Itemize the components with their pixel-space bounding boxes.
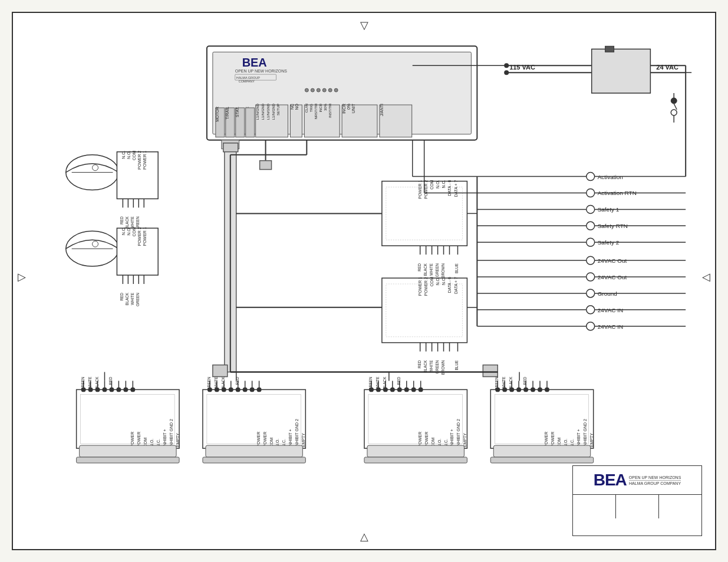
svg-text:POWER 2: POWER 2 [137,151,141,170]
svg-rect-274 [493,445,590,457]
svg-text:DATA - 6: DATA - 6 [447,180,452,196]
svg-text:COM: COM [430,180,434,189]
svg-text:RED: RED [417,360,421,368]
svg-text:N.C.: N.C. [442,277,446,285]
svg-point-137 [587,238,595,246]
svg-text:WHITE: WHITE [130,292,134,305]
svg-text:BLUE: BLUE [454,263,459,273]
svg-point-307 [545,387,549,392]
svg-text:BLACK: BLACK [423,263,427,276]
svg-point-285 [215,387,219,392]
svg-text:POWER: POWER [256,432,261,447]
svg-text:BLACK: BLACK [221,376,225,389]
svg-text:EMPTY: EMPTY [463,433,467,447]
svg-text:MOTOR: MOTOR [215,107,219,122]
svg-point-284 [207,387,212,392]
svg-text:POWER: POWER [418,432,422,447]
svg-point-299 [419,387,423,392]
svg-text:POWER: POWER [263,432,267,447]
svg-text:SETUP: SETUP [276,104,280,115]
svg-text:POWER 1: POWER 1 [143,151,147,170]
svg-point-287 [229,387,233,392]
svg-text:POWER 2: POWER 2 [137,227,141,246]
svg-point-325 [504,70,509,75]
svg-point-276 [81,387,86,392]
svg-text:UNIT: UNIT [351,103,355,113]
svg-text:DATA - 6: DATA - 6 [447,277,452,293]
svg-rect-126 [592,49,651,93]
svg-text:POWER 2: POWER 2 [424,277,428,296]
svg-point-298 [411,387,416,392]
svg-text:COM: COM [430,277,434,286]
svg-text:NO: NO [295,103,299,110]
svg-text:BLUE: BLUE [454,360,459,371]
svg-text:INHIBIT GND 2: INHIBIT GND 2 [456,419,460,447]
svg-text:DATA + 7: DATA + 7 [454,180,458,197]
svg-text:INHIBIT GND 2: INHIBIT GND 2 [295,419,299,447]
svg-text:RED: RED [120,293,124,301]
svg-text:24  VAC: 24 VAC [656,64,678,71]
svg-point-145 [587,306,595,314]
svg-text:NRST/TM: NRST/TM [314,104,318,120]
svg-rect-35 [380,105,412,137]
svg-point-143 [587,289,595,297]
svg-point-141 [587,273,595,281]
svg-text:POWER: POWER [544,432,548,447]
svg-point-297 [404,387,409,392]
svg-text:INCR: INCR [342,104,346,114]
svg-text:EMPTY: EMPTY [176,433,180,447]
svg-point-295 [390,387,395,392]
svg-point-290 [250,387,255,392]
svg-text:POWER: POWER [424,432,429,447]
svg-text:INHIBIT +: INHIBIT + [577,429,581,447]
svg-text:L1/N/GND: L1/N/GND [256,103,259,120]
svg-text:WHITE: WHITE [214,376,218,389]
bea-logo-text: BEA [594,471,627,490]
page-container: ▽ △ ▷ ◁ BEA OPEN UP NEW HORIZONS HALMA G… [0,0,728,562]
svg-text:WHITE: WHITE [502,376,506,389]
svg-rect-203 [77,457,179,463]
svg-rect-181 [81,394,174,444]
svg-text:POWER 1: POWER 1 [418,277,422,296]
svg-point-294 [383,387,388,392]
svg-point-305 [531,387,535,392]
svg-point-301 [502,387,507,392]
svg-point-37 [305,88,308,92]
svg-text:J/ANTI: J/ANTI [380,104,384,116]
svg-point-133 [587,205,595,213]
svg-point-278 [95,387,100,392]
svg-text:INHIBIT +: INHIBIT + [450,429,454,447]
svg-text:N.O.: N.O. [127,227,131,235]
svg-text:N.C.: N.C. [121,227,126,235]
title-cell-2 [616,495,659,518]
svg-text:INHIBIT GND 2: INHIBIT GND 2 [169,419,173,447]
svg-text:WHITE: WHITE [429,360,433,373]
svg-point-289 [243,387,248,392]
svg-text:WHITE: WHITE [375,376,380,389]
svg-text:BLACK: BLACK [95,376,99,389]
svg-point-281 [116,387,121,392]
svg-point-288 [236,387,241,392]
svg-text:COM: COM [132,151,136,160]
title-block-logo: BEA OPEN UP NEW HORIZONS HALMA GROUP COM… [573,466,701,495]
svg-text:EMPTY: EMPTY [589,433,594,447]
svg-point-147 [587,322,595,330]
svg-rect-177 [213,365,228,377]
title-cell-1 [573,495,616,518]
svg-text:EMPTY: EMPTY [301,433,305,447]
svg-text:RED: RED [235,376,239,385]
svg-text:L1/N/GND: L1/N/GND [272,103,275,120]
svg-rect-14 [246,108,255,137]
svg-text:GREEN: GREEN [435,263,439,277]
svg-text:BLACK: BLACK [509,376,513,389]
svg-point-41 [328,88,332,92]
svg-text:POWER: POWER [551,432,555,447]
svg-text:COMPANY: COMPANY [239,80,255,83]
svg-point-302 [509,387,514,392]
svg-rect-253 [495,394,588,444]
svg-point-277 [88,387,93,392]
svg-point-304 [523,387,528,392]
svg-text:BROWN: BROWN [441,263,445,278]
svg-point-135 [587,222,595,230]
svg-text:BLACK: BLACK [383,376,387,389]
